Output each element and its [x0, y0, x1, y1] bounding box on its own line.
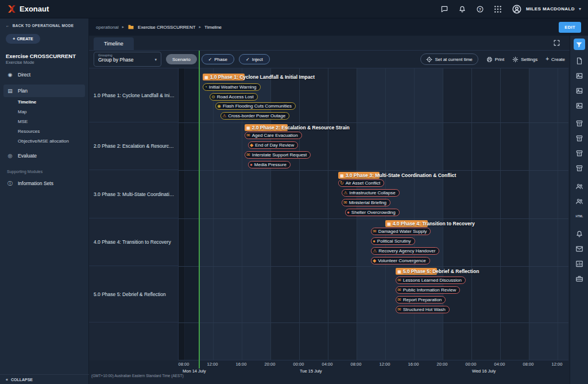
- archive-icon[interactable]: [575, 149, 583, 158]
- create-timeline-item-button[interactable]: + Create: [546, 56, 565, 62]
- apps-grid-icon[interactable]: [494, 5, 502, 13]
- inject-label: Media Pressure: [254, 162, 287, 167]
- inject-pill[interactable]: ⊖ Road Access Lost: [210, 93, 258, 101]
- phase-bar-1[interactable]: ▦ 1.0 Phase 1: Cyclone Landfall & Initia…: [203, 74, 245, 80]
- inject-pill[interactable]: ⚠ Infrastructure Collapse: [342, 189, 400, 197]
- group-row-phase-4[interactable]: 4.0 Phase 4: Transition to Recovery: [89, 218, 178, 266]
- inject-pill[interactable]: ✉ Ministerial Briefing: [342, 199, 390, 206]
- collapse-sidebar-button[interactable]: « COLLAPSE: [0, 374, 89, 384]
- inject-pill[interactable]: ✉ Public Information Review: [396, 286, 460, 294]
- sidebar-item-plan[interactable]: ▤ Plan: [3, 85, 85, 97]
- scenario-button[interactable]: Scenario: [166, 54, 197, 64]
- warning-icon: ⚠: [373, 249, 377, 254]
- inject-pill[interactable]: ⚠ Recovery Agency Handover: [371, 247, 439, 255]
- inject-pill[interactable]: ◆ End of Day Review: [248, 141, 298, 149]
- html-icon[interactable]: HTML: [575, 212, 583, 220]
- inject-label: Air Asset Conflict: [346, 181, 380, 186]
- plan-icon: ▤: [7, 88, 13, 94]
- collapse-label: COLLAPSE: [11, 378, 33, 382]
- filter-button[interactable]: [574, 39, 585, 50]
- back-to-operational-mode-link[interactable]: ← BACK TO OPERATIONAL MODE: [0, 18, 88, 30]
- file-icon[interactable]: [575, 57, 583, 65]
- sidebar-item-information-sets[interactable]: ⓘ Information Sets: [3, 177, 85, 190]
- inject-pill[interactable]: ◔ Initial Weather Warning: [203, 83, 261, 91]
- date-label: Mon 14 July: [183, 368, 206, 374]
- time-axis: 08:00 12:00 16:00 20:00 00:00 04:00 08:0…: [178, 362, 568, 368]
- group-row-phase-3[interactable]: 3.0 Phase 3: Multi-State Coordination & …: [89, 170, 178, 218]
- archive-icon[interactable]: [575, 135, 583, 143]
- app-logo[interactable]: Exonaut: [7, 4, 49, 14]
- sidebar-item-direct[interactable]: ◉ Direct: [3, 68, 85, 81]
- inject-label: Inject: [252, 57, 263, 62]
- chart-icon[interactable]: [575, 260, 583, 268]
- image-panel-icon[interactable]: [575, 102, 583, 110]
- inject-pill[interactable]: ✉ Lessons Learned Discussion: [396, 277, 466, 284]
- image-panel-icon[interactable]: [575, 72, 583, 80]
- print-button[interactable]: Print: [486, 56, 504, 63]
- inject-pill[interactable]: ✉ Damaged Water Supply: [371, 228, 431, 235]
- inject-label: Shelter Overcrowding: [351, 210, 396, 215]
- sidebar-item-resources[interactable]: Resources: [0, 126, 88, 136]
- sidebar-item-mse[interactable]: MSE: [0, 117, 88, 126]
- mail-icon[interactable]: [575, 245, 583, 253]
- grouping-select[interactable]: Grouping Group by Phase ▾: [94, 52, 161, 67]
- archive-icon[interactable]: [575, 120, 583, 128]
- inject-pill[interactable]: ● Shelter Overcrowding: [345, 209, 400, 216]
- inject-pill[interactable]: ⚠ Cross-border Power Outage: [220, 112, 289, 120]
- create-button[interactable]: + CREATE: [6, 34, 40, 44]
- inject-pill[interactable]: ● Political Scrutiny: [371, 237, 415, 245]
- inject-label: Recovery Agency Handover: [378, 248, 435, 254]
- breadcrumb-exercise[interactable]: Exercise CROSSCURRENT: [138, 25, 195, 30]
- svg-text:?: ?: [479, 7, 481, 11]
- sidebar-item-label: Direct: [18, 72, 30, 78]
- inject-pill[interactable]: ↻ Air Asset Conflict: [338, 179, 384, 187]
- inject-pill[interactable]: ✉ Structured Hot Wash: [396, 306, 450, 313]
- inject-label: Flash Flooding Cuts Communities: [223, 103, 292, 109]
- phase-bar-3[interactable]: ▦ 3.0 Phase 3: Multi-State Coordination …: [338, 172, 380, 179]
- group-row-phase-1[interactable]: 1.0 Phase 1: Cyclone Landfall & Initial …: [89, 68, 178, 122]
- archive-icon[interactable]: [575, 164, 583, 172]
- inject-pill[interactable]: ● Media Pressure: [248, 161, 291, 168]
- inject-pill[interactable]: ✉ Interstate Support Request: [245, 151, 311, 159]
- breadcrumb-timeline[interactable]: Timeline: [204, 25, 222, 30]
- group-row-phase-2[interactable]: 2.0 Phase 2: Escalation & Resource Strai…: [89, 122, 178, 170]
- inject-pill[interactable]: ✉ Report Preparation: [396, 296, 446, 304]
- fullscreen-icon[interactable]: [553, 39, 560, 47]
- plus-icon: +: [546, 56, 549, 62]
- image-panel-icon[interactable]: [575, 87, 583, 95]
- direct-icon: ◉: [7, 72, 13, 78]
- phase-bar-2[interactable]: ▦ 2.0 Phase 2: Escalation & Resource Str…: [245, 124, 288, 131]
- chat-icon[interactable]: [440, 5, 448, 13]
- group-row-phase-5[interactable]: 5.0 Phase 5: Debrief & Reflection: [89, 266, 178, 322]
- breadcrumb-operational[interactable]: operational: [96, 25, 119, 30]
- inject-filter-toggle[interactable]: ✓ Inject: [239, 54, 270, 64]
- gantt-plot[interactable]: ▦ 1.0 Phase 1: Cyclone Landfall & Initia…: [178, 68, 568, 360]
- sidebar-item-timeline[interactable]: Timeline: [0, 97, 88, 107]
- help-icon[interactable]: ?: [476, 5, 484, 13]
- tab-timeline[interactable]: Timeline: [94, 37, 134, 50]
- phase-bar-icon: ▦: [340, 174, 344, 178]
- inject-pill[interactable]: ◆ Volunteer Convergence: [371, 257, 430, 264]
- phase-bar-5[interactable]: ▦ 5.0 Phase 5: Debrief & Reflection: [396, 268, 437, 275]
- settings-button[interactable]: Settings: [512, 56, 537, 63]
- bell-icon[interactable]: [575, 230, 583, 238]
- back-label: BACK TO OPERATIONAL MODE: [13, 24, 74, 28]
- users-icon[interactable]: [575, 182, 583, 190]
- phase-bar-4[interactable]: ▦ 4.0 Phase 4: Transition to Recovery: [385, 220, 428, 227]
- logo-x-icon: [7, 4, 17, 14]
- notifications-bell-icon[interactable]: [458, 5, 466, 13]
- sidebar-item-objective-mse-allocation[interactable]: Objective/MSE allocation: [0, 136, 88, 146]
- time-tick-label: 04:00: [322, 362, 333, 367]
- toolbox-icon[interactable]: [575, 275, 583, 283]
- sidebar-item-map[interactable]: Map: [0, 107, 88, 117]
- user-menu[interactable]: MILES MACDONALD ▾: [512, 4, 581, 14]
- users-icon[interactable]: [575, 197, 583, 205]
- inject-pill[interactable]: ✉ Aged Care Evacuation: [245, 132, 302, 139]
- past-time-shade: [179, 68, 199, 360]
- inject-pill[interactable]: ◉ Flash Flooding Cuts Communities: [215, 102, 296, 110]
- phase-filter-toggle[interactable]: ✓ Phase: [202, 54, 234, 64]
- sidebar-item-evaluate[interactable]: ◎ Evaluate: [3, 149, 85, 162]
- set-at-current-time-button[interactable]: Set at current time: [420, 53, 478, 65]
- edit-button[interactable]: EDIT: [559, 22, 581, 33]
- time-tick-label: 12:00: [207, 362, 218, 367]
